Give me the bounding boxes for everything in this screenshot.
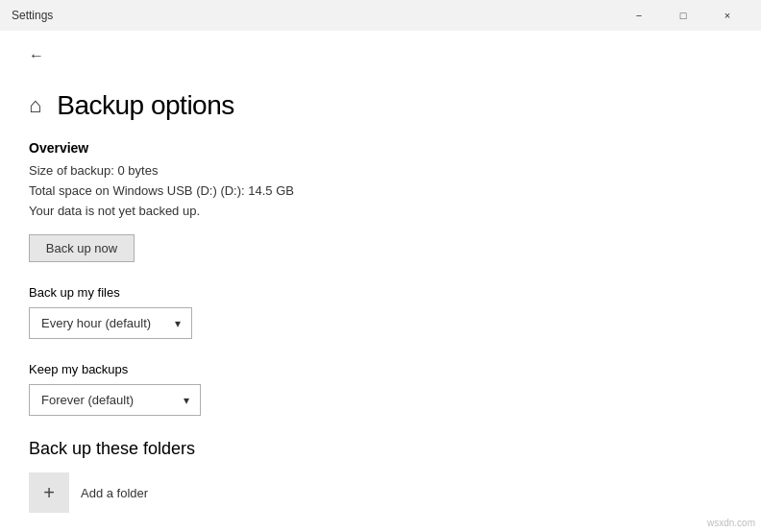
title-bar-controls: − □ ×: [617, 0, 749, 31]
minimize-button[interactable]: −: [617, 0, 661, 31]
overview-title: Overview: [29, 140, 732, 156]
add-folder-button[interactable]: +: [29, 472, 69, 513]
keep-backups-dropdown[interactable]: Forever (default) Until space is needed …: [29, 384, 201, 416]
backup-now-button[interactable]: Back up now: [29, 234, 135, 262]
keep-backups-section: Keep my backups Forever (default) Until …: [29, 362, 732, 416]
title-bar: Settings − □ ×: [0, 0, 761, 31]
backup-files-section: Back up my files Every hour (default) Ev…: [29, 285, 732, 339]
status-info: Your data is not yet backed up.: [29, 202, 732, 222]
backup-files-label: Back up my files: [29, 285, 732, 300]
close-button[interactable]: ×: [705, 0, 749, 31]
title-bar-left: Settings: [12, 9, 53, 22]
backup-files-dropdown[interactable]: Every hour (default) Every 10 minutes Ev…: [29, 307, 192, 339]
maximize-button[interactable]: □: [661, 0, 705, 31]
home-icon: ⌂: [29, 93, 41, 118]
add-folder-label: Add a folder: [81, 486, 148, 500]
keep-backups-label: Keep my backups: [29, 362, 732, 376]
page-content: ⌂ Backup options Overview Size of backup…: [0, 81, 761, 532]
page-header: ⌂ Backup options: [29, 90, 732, 121]
overview-section: Overview Size of backup: 0 bytes Total s…: [29, 140, 732, 285]
watermark: wsxdn.com: [707, 518, 755, 528]
back-button[interactable]: ←: [19, 38, 54, 73]
folders-section: Back up these folders + Add a folder: [29, 439, 732, 513]
folders-title: Back up these folders: [29, 439, 732, 459]
title-bar-title: Settings: [12, 9, 53, 22]
page-title: Backup options: [57, 90, 233, 121]
add-folder-row[interactable]: + Add a folder: [29, 472, 732, 513]
backup-files-dropdown-wrapper: Every hour (default) Every 10 minutes Ev…: [29, 307, 192, 339]
keep-backups-dropdown-wrapper: Forever (default) Until space is needed …: [29, 384, 201, 416]
nav-bar: ←: [0, 31, 761, 81]
space-info: Total space on Windows USB (D:) (D:): 14…: [29, 181, 732, 202]
size-info: Size of backup: 0 bytes: [29, 161, 732, 181]
